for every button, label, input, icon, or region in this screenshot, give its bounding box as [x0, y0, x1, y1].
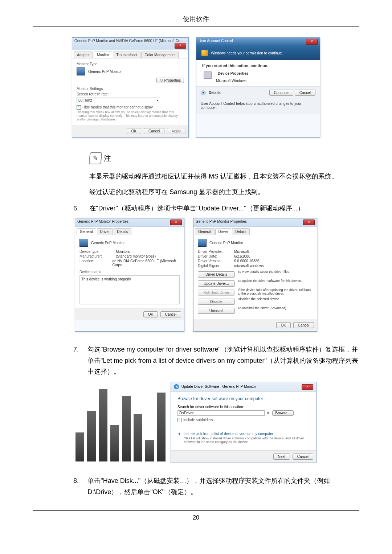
page-number: 20 — [33, 514, 359, 521]
dialog-title: Generic PnP Monitor Properties × — [75, 218, 184, 227]
cancel-button[interactable]: Cancel — [160, 311, 181, 317]
device-name: Generic PnP Monitor — [91, 241, 125, 245]
close-icon[interactable]: × — [303, 219, 315, 225]
cancel-button[interactable]: Cancel — [293, 322, 314, 328]
step-7: 7. 勾选"Browse my computer for driver soft… — [73, 344, 359, 377]
rollback-desc: If the device fails after updating the d… — [238, 288, 313, 297]
uac-banner: Windows needs your permission to continu… — [196, 46, 320, 60]
driver-details-button[interactable]: Driver Details — [198, 271, 235, 278]
tab-driver[interactable]: Driver — [97, 228, 113, 235]
tab-details[interactable]: Details — [232, 228, 250, 235]
step-text: 勾选"Browse my computer for driver softwar… — [87, 344, 359, 377]
provider-k: Driver Provider: — [198, 250, 234, 254]
monitor-properties-dialog: Generic PnP Monitor and NVIDIA GeForce 6… — [72, 37, 189, 138]
uninstall-button[interactable]: Uninstall — [198, 308, 235, 314]
hide-modes-desc: Clearing this check box allows you to se… — [77, 110, 184, 121]
chevron-down-icon: ▾ — [157, 99, 158, 102]
step-num: 8. — [73, 475, 79, 487]
cancel-button[interactable]: Cancel — [144, 128, 164, 134]
ok-button[interactable]: OK — [276, 322, 291, 328]
disable-desc: Disables the selected device. — [238, 297, 313, 306]
continue-button[interactable]: Continue — [269, 90, 293, 96]
props-general-dialog: Generic PnP Monitor Properties × General… — [75, 218, 184, 332]
screenshot-group-1: Generic PnP Monitor and NVIDIA GeForce 6… — [33, 37, 359, 138]
signer-v: microsoft windows — [234, 264, 264, 268]
uninstall-desc: To uninstall the driver (Advanced). — [238, 306, 313, 315]
driver-details-desc: To view details about the driver files. — [238, 270, 313, 279]
update-driver-button[interactable]: Update Driver... — [198, 280, 235, 287]
path-input[interactable]: D:\Driver — [177, 410, 265, 416]
device-name: Generic PnP Monitor — [209, 241, 243, 245]
date-v: 6/21/2006 — [234, 254, 250, 258]
device-type-k: Device type: — [79, 250, 116, 254]
step-text: 单击"Have Disk..."（从磁盘安装…），并选择驱动程序安装文件所在的文… — [87, 475, 359, 497]
uac-titlebar: User Account Control × — [196, 38, 320, 46]
dialog-title-text: Generic PnP Monitor and NVIDIA GeForce 6… — [74, 39, 183, 43]
include-subfolders-checkbox[interactable]: Include subfolders — [177, 418, 310, 422]
next-button[interactable]: Next — [273, 454, 290, 460]
tab-monitor[interactable]: Monitor — [94, 52, 112, 58]
note-block: ✎ 注 — [89, 152, 359, 164]
close-icon[interactable]: × — [302, 384, 313, 390]
rollback-button: Roll Back Driver — [198, 290, 235, 296]
close-icon[interactable]: × — [170, 219, 182, 225]
tab-details[interactable]: Details — [114, 228, 131, 235]
uac-details-label[interactable]: Details — [209, 91, 268, 95]
uac-help-text: User Account Control helps stop unauthor… — [196, 99, 320, 114]
decorative-bars — [75, 382, 166, 461]
tab-troubleshoot[interactable]: Troubleshoot — [113, 52, 140, 58]
tab-adapter[interactable]: Adapter — [74, 52, 93, 58]
hide-modes-checkbox[interactable]: Hide modes that this monitor cannot disp… — [77, 105, 184, 110]
version-k: Driver Version: — [198, 259, 234, 263]
ok-button[interactable]: OK — [127, 128, 141, 134]
screenshot-group-3: ◄ Update Driver Software - Generic PnP M… — [33, 382, 359, 463]
uac-details-row: ▾ Details Continue Cancel — [196, 86, 320, 99]
cancel-button[interactable]: Cancel — [295, 90, 315, 96]
uac-dialog: User Account Control × Windows needs you… — [196, 37, 320, 138]
close-icon[interactable]: × — [175, 43, 186, 49]
location-k: Location: — [79, 259, 112, 267]
provider-v: Microsoft — [234, 250, 249, 254]
uac-item-title: Device Properties — [218, 71, 249, 75]
paragraph-1: 本显示器的驱动程序通过相应认证并获得 MS 认证徽标，且本安装不会损坏您的系统。 — [89, 171, 359, 182]
refresh-rate-label: Screen refresh rate: — [77, 92, 184, 96]
apply-button: Apply — [167, 128, 185, 134]
properties-button[interactable]: 🛡 Properties — [156, 78, 184, 83]
step-num: 7. — [73, 344, 79, 355]
dialog-title: Generic PnP Monitor Properties × — [193, 218, 317, 227]
uac-item-sub: Microsoft Windows — [216, 79, 246, 83]
arrow-icon: ➔ — [177, 432, 180, 436]
signer-k: Digital Signer: — [198, 264, 234, 268]
tab-general[interactable]: General — [77, 228, 96, 235]
tab-color-management[interactable]: Color Management — [141, 52, 179, 58]
update-driver-desc: To update the driver software for this d… — [238, 279, 313, 288]
close-icon[interactable]: × — [306, 39, 318, 45]
refresh-rate-value: 60 Hertz — [78, 98, 92, 102]
props-driver-dialog: Generic PnP Monitor Properties × General… — [193, 218, 317, 332]
step-8: 8. 单击"Have Disk..."（从磁盘安装…），并选择驱动程序安装文件所… — [73, 475, 359, 497]
chevron-down-icon[interactable]: ▾ — [201, 90, 206, 95]
refresh-rate-select[interactable]: 60 Hertz ▾ — [77, 98, 160, 103]
update-driver-wizard: ◄ Update Driver Software - Generic PnP M… — [171, 382, 317, 463]
monitor-icon — [79, 239, 88, 247]
dialog-title: Generic PnP Monitor and NVIDIA GeForce 6… — [72, 38, 188, 50]
tab-driver[interactable]: Driver — [215, 228, 232, 235]
paragraph-2: 经过认证的此驱动程序可在 Samsung 显示器的主页上找到。 — [89, 186, 359, 198]
date-k: Driver Date: — [198, 254, 234, 258]
tab-general[interactable]: General — [195, 228, 215, 235]
browse-button[interactable]: Browse... — [272, 410, 294, 416]
uac-title-text: User Account Control — [199, 39, 233, 43]
uac-banner-text: Windows needs your permission to continu… — [211, 51, 283, 55]
page-title: 使用软件 — [33, 15, 359, 26]
disable-button[interactable]: Disable — [198, 299, 235, 305]
monitor-icon — [77, 67, 85, 75]
ok-button[interactable]: OK — [143, 311, 158, 317]
back-icon[interactable]: ◄ — [174, 384, 179, 389]
pick-from-list-desc: This list will show installed driver sof… — [184, 436, 310, 444]
pick-from-list-link[interactable]: Let me pick from a list of device driver… — [184, 432, 273, 436]
cancel-button[interactable]: Cancel — [293, 454, 313, 460]
screenshot-group-2: Generic PnP Monitor Properties × General… — [33, 218, 359, 332]
device-status-text: This device is working properly. — [79, 275, 180, 304]
footer-divider — [33, 510, 359, 511]
device-type-v: Monitors — [116, 250, 130, 254]
